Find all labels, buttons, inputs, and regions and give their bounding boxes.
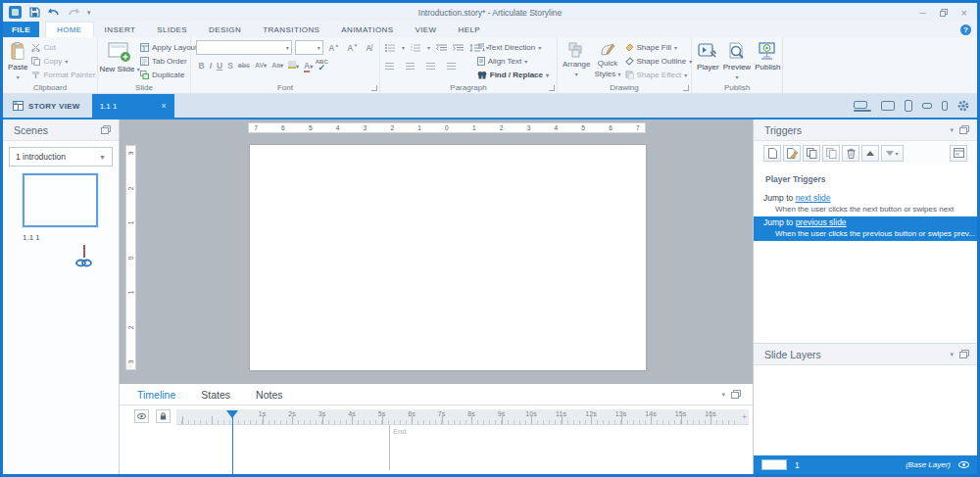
timeline-end-marker[interactable]: [389, 425, 390, 470]
tab-slide-1-1-1[interactable]: 1.1 1 ×: [92, 94, 174, 118]
paragraph-dialog-launcher[interactable]: [549, 85, 555, 91]
quick-styles-button[interactable]: QuickStyles ▾: [594, 40, 620, 80]
preview-button[interactable]: Preview▾: [723, 40, 751, 80]
find-replace-button[interactable]: Find / Replace▾: [477, 69, 549, 80]
copy-trigger-button[interactable]: [803, 145, 820, 162]
trigger-item-previous-slide[interactable]: Jump to previous slide When the user cli…: [754, 216, 977, 241]
redo-button[interactable]: [68, 8, 79, 18]
new-slide-button[interactable]: New Slide ▾: [103, 40, 136, 80]
align-left-button[interactable]: [385, 63, 394, 70]
preview-settings-gear-icon[interactable]: [957, 100, 969, 112]
close-button[interactable]: ×: [961, 7, 967, 19]
slide-layers-menu-caret-icon[interactable]: ▾: [950, 351, 954, 358]
paste-button[interactable]: Paste▾: [8, 40, 27, 80]
playhead-handle[interactable]: [226, 410, 238, 418]
bold-button[interactable]: B: [196, 61, 207, 71]
clear-formatting-button[interactable]: A̸: [364, 43, 374, 53]
change-case-button[interactable]: Aa▾: [270, 62, 286, 69]
increase-indent-button[interactable]: [453, 44, 464, 52]
tab-animations[interactable]: ANIMATIONS: [330, 22, 404, 37]
shadow-button[interactable]: S: [225, 61, 236, 71]
slide-layers-dock-icon[interactable]: [959, 350, 969, 358]
timeline-dock-icon[interactable]: [731, 390, 741, 399]
publish-button[interactable]: Publish: [755, 40, 780, 80]
timeline-lock-button[interactable]: [156, 409, 171, 423]
save-button[interactable]: [29, 7, 40, 18]
manage-variables-button[interactable]: [950, 145, 967, 162]
previous-slide-link[interactable]: previous slide: [796, 217, 847, 227]
numbering-button[interactable]: [411, 44, 421, 52]
scenes-dock-icon[interactable]: [101, 125, 111, 134]
tab-home[interactable]: HOME: [45, 22, 94, 37]
desktop-preview-icon[interactable]: [854, 101, 871, 112]
timeline-show-hide-eye-button[interactable]: [134, 409, 149, 423]
move-trigger-up-button[interactable]: [861, 145, 879, 162]
justify-button[interactable]: [447, 63, 456, 70]
help-icon[interactable]: ?: [960, 24, 971, 35]
font-size-select[interactable]: ▾: [295, 40, 323, 55]
align-right-button[interactable]: [426, 63, 435, 70]
slide-stage[interactable]: [250, 145, 646, 370]
slide-thumbnail[interactable]: [23, 173, 98, 227]
shrink-font-button[interactable]: A▼: [345, 42, 361, 53]
tab-insert[interactable]: INSERT: [94, 22, 147, 37]
close-tab-icon[interactable]: ×: [161, 101, 166, 111]
tab-help[interactable]: HELP: [448, 22, 492, 37]
timeline-ruler[interactable]: + 1s2s3s4s5s6s7s8s9s10s11s12s13s14s15s16…: [176, 409, 749, 425]
shape-fill-button[interactable]: Shape Fill▾: [625, 42, 693, 54]
phone-portrait-preview-icon[interactable]: [942, 101, 948, 111]
underline-button[interactable]: U: [215, 61, 225, 71]
tab-file[interactable]: FILE: [3, 22, 39, 37]
playhead-line[interactable]: [232, 411, 233, 474]
tab-timeline[interactable]: Timeline: [137, 389, 175, 401]
spell-check-button[interactable]: ABC✓: [316, 59, 328, 71]
tab-slides[interactable]: SLIDES: [146, 22, 198, 37]
edit-trigger-button[interactable]: [783, 145, 801, 162]
tab-notes[interactable]: Notes: [256, 389, 282, 401]
shape-outline-button[interactable]: Shape Outline▾: [625, 56, 693, 68]
tab-design[interactable]: DESIGN: [198, 22, 252, 37]
phone-landscape-preview-icon[interactable]: [922, 103, 932, 109]
timeline-zoom-more[interactable]: +: [742, 412, 747, 421]
triggers-dock-icon[interactable]: [959, 125, 969, 134]
paste-trigger-button[interactable]: [822, 145, 840, 162]
grow-font-button[interactable]: A▲: [326, 42, 342, 53]
trigger-item-next-slide[interactable]: Jump to next slide When the user clicks …: [754, 192, 977, 216]
customize-qat-caret-icon[interactable]: ▾: [87, 9, 91, 16]
tablet-landscape-preview-icon[interactable]: [881, 101, 895, 111]
cut-button[interactable]: Cut: [31, 42, 95, 54]
format-painter-button[interactable]: Format Painter: [31, 69, 95, 80]
link-chain-icon[interactable]: [75, 259, 92, 267]
drawing-dialog-launcher[interactable]: [683, 85, 689, 91]
undo-button[interactable]: [48, 8, 60, 18]
next-slide-link[interactable]: next slide: [796, 193, 831, 203]
timeline-menu-caret-icon[interactable]: ▾: [721, 391, 725, 399]
base-layer-row[interactable]: 1 (Base Layer): [754, 455, 977, 474]
arrange-button[interactable]: Arrange▾: [563, 40, 590, 80]
align-text-button[interactable]: Align Text▾: [477, 55, 549, 67]
new-trigger-button[interactable]: [763, 145, 781, 162]
tab-view[interactable]: VIEW: [405, 22, 448, 37]
italic-button[interactable]: I: [207, 61, 214, 71]
player-button[interactable]: Player: [697, 40, 719, 80]
strikethrough-button[interactable]: abc: [235, 62, 252, 69]
bullets-button[interactable]: [385, 44, 396, 52]
decrease-indent-button[interactable]: [436, 44, 447, 52]
highlight-color-button[interactable]: ▾: [286, 61, 302, 71]
align-center-button[interactable]: [406, 63, 415, 70]
copy-button[interactable]: Copy▾: [31, 56, 95, 68]
delete-trigger-button[interactable]: [842, 145, 859, 162]
shape-effect-button[interactable]: Shape Effect▾: [625, 69, 693, 80]
tab-states[interactable]: States: [201, 389, 230, 401]
minimize-button[interactable]: ─: [919, 8, 925, 18]
tablet-portrait-preview-icon[interactable]: [905, 100, 912, 112]
scene-selector-dropdown[interactable]: 1 introduction ▼: [9, 147, 113, 167]
text-direction-button[interactable]: Text Direction▾: [477, 41, 549, 53]
restore-button[interactable]: [940, 9, 948, 17]
character-spacing-button[interactable]: AV▾: [252, 62, 269, 69]
layer-visibility-eye-icon[interactable]: [958, 461, 969, 468]
triggers-menu-caret-icon[interactable]: ▾: [950, 126, 954, 134]
tab-story-view[interactable]: STORY VIEW: [3, 94, 92, 118]
move-trigger-down-button[interactable]: ▾: [881, 145, 904, 162]
font-color-button[interactable]: A▾: [302, 61, 316, 71]
